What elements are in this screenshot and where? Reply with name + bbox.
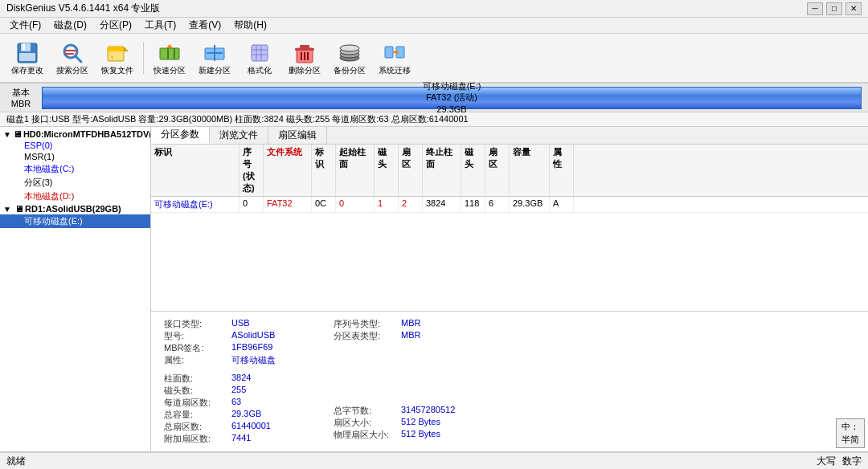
svg-marker-15 (166, 44, 173, 48)
close-button[interactable]: ✕ (845, 2, 862, 15)
col-header-sector: 扇区 (399, 145, 423, 196)
quick-partition-button[interactable]: 快速分区 (149, 36, 190, 80)
new-partition-button[interactable]: 新建分区 (194, 36, 235, 80)
detail-row-total-bytes: 总字节数: 31457280512 (334, 405, 503, 417)
disk-bar-container: 可移动磁盘(E:) FAT32 (活动) 29.3GB (42, 87, 862, 109)
menu-partition[interactable]: 分区(P) (93, 18, 138, 32)
save-icon (14, 40, 40, 66)
search-partition-button[interactable]: 搜索分区 (51, 36, 93, 80)
col-header-attr: 属性 (550, 145, 574, 196)
spacer2 (334, 342, 503, 405)
detail-row-total-sectors: 总扇区数: 61440001 (164, 421, 334, 433)
tree-rd1[interactable]: ▼ 🖥 RD1:ASolidUSB(29GB) (0, 203, 150, 214)
svg-rect-34 (385, 47, 393, 58)
detail-row-extra-sectors: 附加扇区数: 7441 (164, 433, 334, 445)
backup-partition-label: 备份分区 (334, 66, 366, 75)
tree-local-c[interactable]: 本地磁盘(C:) (0, 162, 150, 176)
quick-partition-label: 快速分区 (154, 66, 186, 75)
tab-partition-params[interactable]: 分区参数 (151, 127, 210, 144)
menu-bar: 文件(F) 磁盘(D) 分区(P) 工具(T) 查看(V) 帮助(H) (0, 18, 868, 34)
quick-partition-icon (157, 40, 182, 66)
svg-rect-3 (19, 53, 35, 61)
svg-rect-1 (21, 43, 31, 51)
maximize-button[interactable]: □ (826, 2, 842, 15)
left-panel: ▼ 🖥 HD0:MicronMTFDHBA512TDV(477GB) ESP(0… (0, 127, 151, 451)
toolbar-separator-1 (143, 42, 144, 74)
backup-partition-icon (337, 40, 362, 66)
svg-rect-6 (64, 50, 77, 51)
main-content: ▼ 🖥 HD0:MicronMTFDHBA512TDV(477GB) ESP(0… (0, 127, 868, 451)
partition-mark-cell: 0C (312, 197, 336, 212)
col-header-num: 序号(状态) (240, 145, 264, 196)
migrate-system-button[interactable]: 系统迁移 (374, 36, 416, 80)
basic-label: 基本 MBR (6, 87, 35, 108)
search-partition-icon (59, 40, 85, 66)
detail-left: 接口类型: USB 型号: ASolidUSB MBR签名: 1FB96F69 … (164, 318, 334, 445)
tree-removable-e[interactable]: 可移动磁盘(E:) (0, 214, 150, 228)
detail-row-total-cap: 总容量: 29.3GB (164, 409, 334, 421)
tab-browse-files[interactable]: 浏览文件 (210, 127, 268, 144)
right-panel: 分区参数 浏览文件 扇区编辑 标识 序号(状态) 文件系统 标识 起始柱面 磁头… (151, 127, 868, 451)
col-header-startcyl: 起始柱面 (336, 145, 375, 196)
detail-row-pt-type: 分区表类型: MBR (334, 330, 503, 342)
title-text: DiskGenius V5.4.6.1441 x64 专业版 (6, 2, 160, 15)
col-header-endcyl: 终止柱面 (423, 145, 461, 196)
caps-status: 大写 (817, 455, 836, 468)
svg-rect-12 (160, 48, 179, 59)
svg-rect-10 (108, 47, 124, 51)
search-partition-label: 搜索分区 (56, 66, 88, 75)
partition-table: 标识 序号(状态) 文件系统 标识 起始柱面 磁头 扇区 终止柱面 磁头 扇区 … (151, 145, 868, 304)
col-header-head: 磁头 (375, 145, 399, 196)
tree-hd0[interactable]: ▼ 🖥 HD0:MicronMTFDHBA512TDV(477GB) (0, 128, 150, 140)
menu-help[interactable]: 帮助(H) (227, 18, 273, 32)
partition-row-0[interactable]: 可移动磁盘(E:) 0 FAT32 0C 0 1 2 3824 118 6 29… (151, 197, 868, 213)
status-bar: 就绪 大写 数字 (0, 451, 868, 469)
delete-partition-button[interactable]: 删除分区 (284, 36, 326, 80)
partition-fs-cell: FAT32 (264, 197, 312, 212)
title-bar: DiskGenius V5.4.6.1441 x64 专业版 ─ □ ✕ (0, 0, 868, 18)
ime-indicator[interactable]: 中： 半简 (836, 418, 865, 448)
minimize-button[interactable]: ─ (807, 2, 823, 15)
detail-row-cyl: 柱面数: 3824 (164, 373, 334, 385)
recover-files-button[interactable]: ↑ 恢复文件 (96, 36, 138, 80)
save-button[interactable]: 保存更改 (6, 36, 48, 80)
svg-rect-19 (252, 45, 268, 61)
menu-tools[interactable]: 工具(T) (138, 18, 182, 32)
migrate-system-icon (382, 40, 407, 66)
partition-attr-cell: A (550, 197, 574, 212)
tree-esp[interactable]: ESP(0) (0, 140, 150, 151)
tree-msr[interactable]: MSR(1) (0, 151, 150, 162)
detail-row-sector-size: 扇区大小: 512 Bytes (334, 417, 503, 429)
tree-local-d[interactable]: 本地磁盘(D:) (0, 190, 150, 203)
delete-partition-label: 删除分区 (289, 66, 321, 75)
recover-files-label: 恢复文件 (101, 66, 133, 75)
backup-partition-button[interactable]: 备份分区 (329, 36, 371, 80)
disk-area: 基本 MBR 可移动磁盘(E:) FAT32 (活动) 29.3GB (0, 84, 868, 112)
partition-sector-cell: 2 (399, 197, 423, 212)
num-status: 数字 (842, 455, 862, 468)
detail-section: 接口类型: USB 型号: ASolidUSB MBR签名: 1FB96F69 … (151, 311, 868, 451)
disk-partition-bar[interactable]: 可移动磁盘(E:) FAT32 (活动) 29.3GB (42, 87, 862, 109)
svg-rect-2 (23, 44, 25, 50)
menu-disk[interactable]: 磁盘(D) (47, 18, 93, 32)
svg-rect-7 (64, 53, 74, 55)
detail-row-model: 型号: ASolidUSB (164, 330, 334, 342)
new-partition-icon (202, 40, 227, 66)
tree-partition3[interactable]: 分区(3) (0, 176, 150, 190)
format-icon (247, 40, 272, 66)
partition-startcyl-cell: 0 (336, 197, 375, 212)
svg-rect-25 (300, 45, 309, 48)
menu-view[interactable]: 查看(V) (182, 18, 227, 32)
svg-marker-9 (124, 47, 129, 51)
menu-file[interactable]: 文件(F) (3, 18, 47, 32)
migrate-system-label: 系统迁移 (379, 66, 411, 75)
toolbar: 保存更改 搜索分区 ↑ 恢复文件 (0, 34, 868, 84)
detail-right: 序列号类型: MBR 分区表类型: MBR 总字节数: 31457280512 … (334, 318, 503, 445)
detail-row-phys-sector-size: 物理扇区大小: 512 Bytes (334, 429, 503, 441)
col-header-label: 标识 (151, 145, 240, 196)
tab-sector-edit[interactable]: 扇区编辑 (268, 127, 327, 144)
format-button[interactable]: 格式化 (239, 36, 280, 80)
svg-text:↑: ↑ (110, 54, 113, 61)
spacer (164, 366, 334, 373)
col-header-endhead: 磁头 (461, 145, 485, 196)
